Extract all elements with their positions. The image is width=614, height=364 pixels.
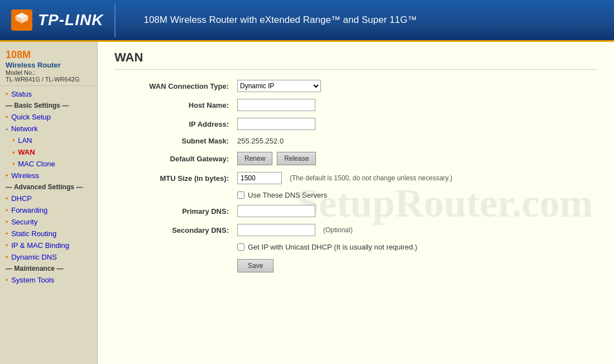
bullet-icon: •: [6, 171, 8, 180]
use-dns-checkbox[interactable]: [237, 191, 244, 199]
sidebar-item-lan-label: LAN: [18, 136, 32, 145]
sidebar-item-mac-clone-label: MAC Clone: [18, 160, 55, 168]
secondary-dns-input[interactable]: [237, 224, 315, 236]
ip-address-row: IP Address:: [114, 118, 597, 130]
mtu-size-input[interactable]: [237, 172, 282, 184]
release-button[interactable]: Release: [277, 152, 316, 165]
sidebar-item-system-tools[interactable]: • System Tools: [0, 274, 97, 286]
secondary-dns-control: (Optional): [237, 224, 597, 236]
bullet-icon: •: [12, 148, 15, 156]
sidebar-item-status[interactable]: • Status: [0, 88, 97, 100]
save-button[interactable]: Save: [237, 259, 274, 272]
primary-dns-control: [237, 205, 597, 217]
header: TP-LINK 108M Wireless Router with eXtend…: [0, 0, 614, 42]
unicast-label: Get IP with Unicast DHCP (It is usually …: [248, 243, 418, 251]
layout: 108M Wireless Router Model No.: TL-WR641…: [0, 42, 614, 364]
use-dns-label: Use These DNS Servers: [248, 191, 327, 199]
bullet-icon: •: [6, 218, 8, 226]
sidebar-item-forwarding[interactable]: • Forwarding: [0, 204, 97, 216]
brand-subtitle: Wireless Router: [6, 61, 92, 69]
secondary-dns-label: Secondary DNS:: [114, 226, 237, 234]
sidebar-item-dhcp[interactable]: • DHCP: [0, 193, 97, 204]
sidebar-item-forwarding-label: Forwarding: [11, 206, 47, 214]
bullet-icon: •: [12, 136, 15, 145]
bullet-icon: •: [6, 241, 8, 250]
tp-link-logo-icon: [11, 9, 32, 31]
secondary-dns-row: Secondary DNS: (Optional): [114, 224, 597, 236]
page-title: WAN: [114, 50, 597, 70]
sidebar-item-wan[interactable]: • WAN: [0, 146, 97, 158]
sidebar-brand: 108M Wireless Router Model No.: TL-WR641…: [0, 45, 97, 86]
sidebar-section-maintenance: — Maintenance —: [0, 263, 97, 274]
sidebar: 108M Wireless Router Model No.: TL-WR641…: [0, 42, 98, 364]
brand-108m: 108M: [6, 49, 92, 61]
host-name-input[interactable]: [237, 99, 315, 111]
use-dns-row: Use These DNS Servers: [237, 191, 597, 199]
sidebar-item-wireless[interactable]: • Wireless: [0, 170, 97, 181]
default-gateway-control: Renew Release: [237, 152, 597, 165]
mtu-size-row: MTU Size (in bytes): (The default is 150…: [114, 172, 597, 184]
sidebar-item-lan[interactable]: • LAN: [0, 135, 97, 146]
wan-connection-type-row: WAN Connection Type: Dynamic IP Static I…: [114, 80, 597, 92]
brand-model-label: Model No.:: [6, 69, 92, 76]
primary-dns-input[interactable]: [237, 205, 315, 217]
logo-area: TP-LINK: [11, 9, 103, 31]
sidebar-item-status-label: Status: [11, 90, 32, 98]
bullet-icon: -: [6, 124, 8, 133]
mtu-size-label: MTU Size (in bytes):: [114, 174, 237, 183]
sidebar-item-security-label: Security: [11, 218, 37, 226]
sidebar-item-system-tools-label: System Tools: [11, 276, 54, 284]
bullet-icon: •: [6, 253, 8, 261]
mtu-hint: (The default is 1500, do not change unle…: [290, 174, 452, 182]
bullet-icon: •: [6, 229, 8, 238]
host-name-label: Host Name:: [114, 101, 237, 109]
main-content: SetupRouter.com WAN WAN Connection Type:…: [98, 42, 614, 364]
save-row: Save: [237, 259, 597, 272]
bullet-icon: •: [6, 206, 8, 214]
wan-connection-type-label: WAN Connection Type:: [114, 82, 237, 90]
sidebar-item-static-routing[interactable]: • Static Routing: [0, 228, 97, 240]
unicast-checkbox[interactable]: [237, 243, 244, 251]
unicast-row: Get IP with Unicast DHCP (It is usually …: [237, 243, 597, 251]
primary-dns-row: Primary DNS:: [114, 205, 597, 217]
subnet-mask-value: 255.255.252.0: [237, 137, 284, 145]
ip-address-input[interactable]: [237, 118, 315, 130]
subnet-mask-row: Subnet Mask: 255.255.252.0: [114, 137, 597, 145]
sidebar-item-static-routing-label: Static Routing: [11, 229, 56, 238]
header-divider: [114, 3, 116, 37]
sidebar-item-dynamic-dns[interactable]: • Dynamic DNS: [0, 251, 97, 263]
mtu-size-control: (The default is 1500, do not change unle…: [237, 172, 597, 184]
brand-model-value: TL-WR641G / TL-WR642G: [6, 76, 92, 83]
sidebar-item-quick-setup[interactable]: • Quick Setup: [0, 111, 97, 123]
ip-address-control: [237, 118, 597, 130]
subnet-mask-control: 255.255.252.0: [237, 137, 597, 145]
renew-button[interactable]: Renew: [237, 152, 272, 165]
default-gateway-label: Default Gateway:: [114, 155, 237, 163]
bullet-icon: •: [6, 194, 8, 203]
host-name-control: [237, 99, 597, 111]
wan-connection-type-select[interactable]: Dynamic IP Static IP PPPoE: [237, 80, 321, 92]
sidebar-item-dhcp-label: DHCP: [11, 194, 32, 203]
bullet-icon: •: [6, 113, 8, 121]
bullet-icon: •: [6, 276, 8, 284]
host-name-row: Host Name:: [114, 99, 597, 111]
sidebar-section-advanced: — Advanced Settings —: [0, 181, 97, 193]
sidebar-item-wireless-label: Wireless: [11, 171, 39, 180]
subnet-mask-label: Subnet Mask:: [114, 137, 237, 145]
sidebar-item-mac-clone[interactable]: • MAC Clone: [0, 158, 97, 170]
header-title: 108M Wireless Router with eXtended Range…: [143, 15, 416, 26]
sidebar-item-ip-mac-binding[interactable]: • IP & MAC Binding: [0, 240, 97, 251]
sidebar-item-network-label: Network: [11, 124, 38, 133]
sidebar-item-quick-setup-label: Quick Setup: [11, 113, 51, 121]
default-gateway-row: Default Gateway: Renew Release: [114, 152, 597, 165]
primary-dns-label: Primary DNS:: [114, 207, 237, 215]
sidebar-item-ip-mac-binding-label: IP & MAC Binding: [11, 241, 69, 250]
sidebar-item-network[interactable]: - Network: [0, 123, 97, 135]
content-wrapper: WAN WAN Connection Type: Dynamic IP Stat…: [114, 50, 597, 272]
sidebar-item-security[interactable]: • Security: [0, 216, 97, 228]
bullet-icon: •: [12, 160, 15, 168]
sidebar-item-dynamic-dns-label: Dynamic DNS: [11, 253, 57, 261]
secondary-dns-optional: (Optional): [323, 226, 353, 234]
sidebar-item-wan-label: WAN: [18, 148, 35, 156]
ip-address-label: IP Address:: [114, 120, 237, 128]
